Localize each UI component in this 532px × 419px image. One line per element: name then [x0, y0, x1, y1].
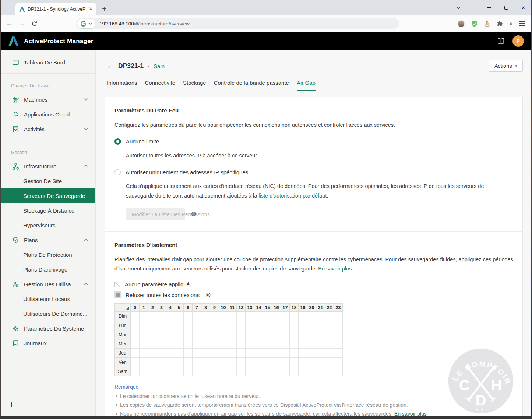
window-close-button[interactable]: ✕ — [515, 0, 532, 15]
schedule-cell[interactable] — [299, 321, 307, 330]
schedule-cell[interactable] — [299, 358, 307, 367]
search-engine-chip[interactable] — [77, 19, 95, 28]
schedule-cell[interactable] — [307, 312, 316, 321]
schedule-cell[interactable] — [325, 367, 334, 376]
schedule-cell[interactable] — [299, 367, 307, 376]
schedule-cell[interactable] — [290, 330, 299, 339]
schedule-cell[interactable] — [166, 339, 175, 349]
page-back-icon[interactable]: ← — [107, 62, 114, 70]
schedule-cell[interactable] — [316, 330, 325, 339]
tab-connectivite[interactable]: Connectivité — [145, 78, 176, 91]
schedule-hour-header[interactable]: 14 — [254, 304, 263, 312]
schedule-cell[interactable] — [148, 312, 157, 321]
schedule-cell[interactable] — [193, 312, 201, 321]
schedule-cell[interactable] — [272, 367, 281, 376]
schedule-cell[interactable] — [254, 339, 263, 349]
schedule-cell[interactable] — [272, 312, 281, 321]
schedule-cell[interactable] — [131, 312, 140, 321]
schedule-cell[interactable] — [290, 312, 299, 321]
schedule-cell[interactable] — [166, 330, 175, 339]
schedule-cell[interactable] — [307, 358, 316, 367]
schedule-hour-header[interactable]: 3 — [157, 304, 166, 312]
schedule-cell[interactable] — [334, 330, 343, 339]
tab-controle-de-la-bande-passante[interactable]: Contrôle de la bande passante — [214, 78, 289, 91]
schedule-cell[interactable] — [166, 358, 175, 367]
schedule-cell[interactable] — [272, 339, 281, 349]
sidebar-item-plans-de-protection[interactable]: Plans De Protection — [0, 247, 95, 262]
schedule-cell[interactable] — [237, 330, 246, 339]
schedule-cell[interactable] — [201, 367, 210, 376]
schedule-cell[interactable] — [184, 321, 193, 330]
schedule-cell[interactable] — [166, 367, 175, 376]
schedule-cell[interactable] — [316, 358, 325, 367]
documentation-book-icon[interactable] — [497, 38, 505, 45]
schedule-cell[interactable] — [316, 367, 325, 376]
schedule-cell[interactable] — [140, 358, 148, 367]
radio-selected-icon[interactable] — [114, 138, 121, 145]
schedule-cell[interactable] — [184, 339, 193, 349]
schedule-cell[interactable] — [193, 330, 201, 339]
sidebar-item-tableau-de-bord[interactable]: Tableau De Bord — [0, 55, 95, 70]
schedule-cell[interactable] — [246, 321, 254, 330]
schedule-cell[interactable] — [254, 349, 263, 358]
schedule-cell[interactable] — [201, 321, 210, 330]
schedule-cell[interactable] — [334, 349, 343, 358]
schedule-cell[interactable] — [325, 358, 334, 367]
tab-informations[interactable]: Informations — [107, 78, 137, 91]
allow-list-link[interactable]: liste d'autorisation par défaut — [258, 193, 327, 199]
schedule-hour-header[interactable]: 1 — [140, 304, 148, 312]
schedule-day-header[interactable]: Mar — [115, 330, 131, 339]
browser-back-icon[interactable]: ← — [3, 17, 15, 30]
schedule-cell[interactable] — [281, 312, 290, 321]
schedule-cell[interactable] — [246, 312, 254, 321]
schedule-cell[interactable] — [219, 312, 228, 321]
schedule-cell[interactable] — [157, 339, 166, 349]
schedule-cell[interactable] — [193, 367, 201, 376]
schedule-cell[interactable] — [157, 349, 166, 358]
schedule-cell[interactable] — [157, 330, 166, 339]
sidebar-item-parametres-du-systeme[interactable]: Paramètres Du Système — [0, 321, 95, 336]
schedule-cell[interactable] — [299, 312, 307, 321]
schedule-cell[interactable] — [193, 339, 201, 349]
sidebar-collapse-button[interactable]: ← — [11, 401, 18, 408]
schedule-cell[interactable] — [254, 358, 263, 367]
schedule-cell[interactable] — [184, 367, 193, 376]
schedule-cell[interactable] — [228, 321, 237, 330]
schedule-cell[interactable] — [210, 367, 219, 376]
schedule-cell[interactable] — [131, 358, 140, 367]
browser-refresh-icon[interactable] — [28, 17, 40, 30]
schedule-hour-header[interactable]: 2 — [148, 304, 157, 312]
schedule-cell[interactable] — [290, 358, 299, 367]
schedule-hour-header[interactable]: 5 — [175, 304, 184, 312]
browser-forward-icon[interactable]: → — [15, 17, 28, 30]
window-maximize-button[interactable] — [497, 0, 515, 15]
tab-air-gap[interactable]: Air Gap — [297, 78, 316, 91]
schedule-cell[interactable] — [140, 349, 148, 358]
schedule-cell[interactable] — [299, 349, 307, 358]
schedule-cell[interactable] — [290, 367, 299, 376]
schedule-cell[interactable] — [334, 312, 343, 321]
schedule-hour-header[interactable]: 15 — [263, 304, 272, 312]
schedule-cell[interactable] — [140, 312, 148, 321]
schedule-cell[interactable] — [281, 321, 290, 330]
schedule-cell[interactable] — [131, 330, 140, 339]
schedule-cell[interactable] — [307, 339, 316, 349]
schedule-cell[interactable] — [325, 349, 334, 358]
schedule-cell[interactable] — [237, 349, 246, 358]
schedule-cell[interactable] — [246, 358, 254, 367]
schedule-cell[interactable] — [131, 367, 140, 376]
schedule-cell[interactable] — [263, 312, 272, 321]
schedule-cell[interactable] — [254, 312, 263, 321]
schedule-cell[interactable] — [237, 358, 246, 367]
schedule-cell[interactable] — [193, 349, 201, 358]
schedule-cell[interactable] — [148, 349, 157, 358]
schedule-cell[interactable] — [237, 321, 246, 330]
schedule-hour-header[interactable]: 17 — [281, 304, 290, 312]
schedule-cell[interactable] — [210, 321, 219, 330]
schedule-cell[interactable] — [148, 321, 157, 330]
schedule-cell[interactable] — [201, 339, 210, 349]
sidebar-item-utilisateurs-locaux[interactable]: Utilisateurs Locaux — [0, 291, 95, 306]
radio-option-no-limit[interactable]: Aucune limite — [114, 138, 513, 145]
schedule-cell[interactable] — [157, 358, 166, 367]
schedule-cell[interactable] — [325, 312, 334, 321]
